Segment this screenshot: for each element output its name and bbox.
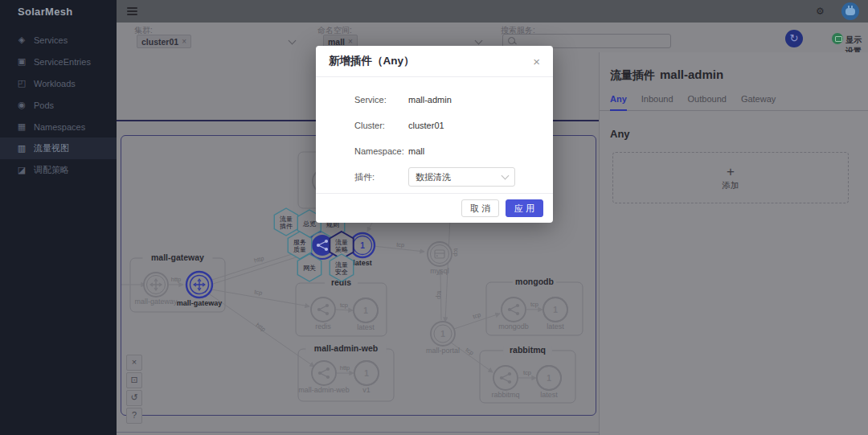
graph-node-rabbitmq[interactable]: rabbitmq — [491, 366, 519, 399]
plus-icon: + — [727, 165, 735, 179]
search-icon — [508, 37, 515, 44]
collapse-menu-icon[interactable] — [127, 10, 137, 12]
svg-text:1: 1 — [363, 306, 368, 315]
svg-text:mall-admin-web: mall-admin-web — [314, 343, 378, 353]
cluster-tag[interactable]: cluster01 × — [137, 35, 191, 48]
chevron-down-icon — [502, 172, 510, 180]
cluster-chevron-down-icon[interactable] — [289, 37, 297, 45]
sidebar-item-pods[interactable]: ◉ Pods — [0, 94, 117, 116]
svg-text:流量: 流量 — [335, 239, 348, 246]
cancel-button[interactable]: 取 消 — [461, 199, 499, 217]
svg-text:服务: 服务 — [293, 239, 306, 246]
tag-close-icon[interactable]: × — [182, 37, 186, 46]
svg-text:tcp: tcp — [452, 248, 460, 256]
sidebar-item-label: Namespaces — [34, 122, 85, 132]
sidebar-item-label: Services — [34, 35, 68, 45]
svg-text:安全: 安全 — [335, 269, 348, 276]
svg-text:tcp: tcp — [436, 291, 443, 299]
svg-text:rabbitmq: rabbitmq — [491, 391, 519, 399]
graph-node-rabbitmq-latest[interactable]: 1latest — [537, 366, 561, 399]
svg-text:tcp: tcp — [396, 241, 405, 249]
add-plugin-button[interactable]: + 添加 — [612, 152, 849, 203]
modal-footer: 取 消 应 用 — [316, 193, 553, 223]
sidebar-item-workloads[interactable]: ◰ Workloads — [0, 72, 117, 94]
svg-text:http: http — [171, 276, 182, 283]
svg-text:v1: v1 — [362, 386, 371, 394]
field-row-plugin: 插件: 数据清洗 — [316, 164, 553, 190]
compress-icon[interactable]: × — [126, 355, 142, 371]
reset-icon[interactable]: ↺ — [126, 390, 142, 406]
sidebar-item-dispatch-policy[interactable]: ◪ 调配策略 — [0, 159, 117, 181]
svg-text:mall-gateway: mall-gateway — [177, 299, 223, 307]
app-logo: SolarMesh — [0, 0, 117, 23]
svg-text:1: 1 — [553, 306, 558, 314]
graph-node-mysql[interactable]: mysql — [428, 242, 452, 275]
svg-text:http: http — [340, 364, 350, 371]
sidebar-item-services[interactable]: ◈ Services — [0, 29, 117, 51]
svg-text:流量: 流量 — [335, 261, 348, 269]
svg-text:tcp: tcp — [254, 288, 263, 297]
svg-text:latest: latest — [547, 322, 564, 330]
svg-text:总览: 总览 — [302, 220, 316, 228]
tab-gateway[interactable]: Gateway — [741, 94, 776, 110]
svg-text:网关: 网关 — [303, 265, 316, 272]
svg-text:mysql: mysql — [430, 267, 449, 275]
fit-view-icon[interactable]: ⊡ — [126, 372, 142, 388]
svg-text:质量: 质量 — [293, 246, 306, 253]
apply-button[interactable]: 应 用 — [506, 199, 543, 217]
svg-text:latest: latest — [357, 323, 375, 331]
add-label: 添加 — [723, 180, 739, 191]
svg-text:tcp: tcp — [465, 346, 475, 356]
traffic-plugin-panel: 流量插件mall-admin Any Inbound Outbound Gate… — [599, 52, 868, 435]
workloads-icon: ◰ — [17, 78, 27, 88]
services-icon: ◈ — [17, 35, 27, 45]
sidebar-item-serviceentries[interactable]: ▣ ServiceEntries — [0, 51, 117, 72]
hex-action-流量插件[interactable]: 流量插件 — [274, 208, 297, 236]
tab-outbound[interactable]: Outbound — [688, 94, 727, 110]
section-heading: Any — [610, 128, 868, 140]
svg-text:流量: 流量 — [280, 215, 293, 223]
svg-text:mall-gateway: mall-gateway — [151, 252, 204, 262]
sidebar-item-label: ServiceEntries — [34, 57, 91, 67]
topbar: ⚙ — [117, 0, 868, 23]
svg-text:mall-admin-web: mall-admin-web — [298, 386, 350, 394]
graph-node-redis-latest[interactable]: 1latest — [354, 298, 378, 331]
svg-text:mongodb: mongodb — [498, 322, 529, 330]
namespace-chevron-down-icon[interactable] — [475, 37, 483, 45]
svg-text:redis: redis — [315, 322, 331, 330]
sidebar-item-namespaces[interactable]: ▦ Namespaces — [0, 116, 117, 137]
help-icon[interactable]: ? — [126, 408, 142, 424]
field-row-cluster: Cluster: cluster01 — [316, 113, 553, 138]
tab-any[interactable]: Any — [610, 94, 627, 111]
display-settings-icon[interactable] — [832, 33, 843, 44]
svg-text:mall-gateway: mall-gateway — [134, 298, 178, 306]
graph-edge: tcp — [436, 270, 443, 320]
svg-text:1: 1 — [360, 241, 365, 250]
svg-text:1: 1 — [364, 369, 369, 378]
namespaces-icon: ▦ — [17, 121, 27, 132]
gear-icon[interactable]: ⚙ — [816, 6, 825, 17]
tag-close-icon[interactable]: × — [348, 37, 353, 46]
sidebar-item-label: 流量视图 — [34, 142, 69, 154]
avatar[interactable] — [841, 2, 859, 20]
plugin-select[interactable]: 数据清洗 — [408, 167, 515, 187]
graph-node-mongodb-latest[interactable]: 1latest — [543, 298, 567, 330]
tab-inbound[interactable]: Inbound — [641, 94, 674, 110]
graph-edge: tcp — [211, 288, 309, 306]
svg-text:latest: latest — [353, 259, 372, 267]
svg-text:mongodb: mongodb — [515, 277, 554, 286]
sidebar: SolarMesh ◈ Services ▣ ServiceEntries ◰ … — [0, 0, 117, 435]
svg-text:tcp: tcp — [472, 311, 481, 321]
graph-node-mall-portal[interactable]: 1mall-portal — [426, 322, 460, 355]
namespace-value: mall — [408, 146, 424, 156]
refresh-icon[interactable]: ↻ — [785, 30, 803, 47]
pods-icon: ◉ — [17, 100, 27, 110]
svg-text:tcp: tcp — [523, 369, 531, 376]
close-icon[interactable]: × — [533, 55, 540, 68]
graph-node-mongodb[interactable]: mongodb — [498, 298, 529, 330]
serviceentries-icon: ▣ — [17, 56, 27, 67]
traffic-view-icon: ▥ — [17, 143, 27, 154]
modal-title: 新增插件（Any） — [329, 54, 415, 68]
sidebar-item-label: Workloads — [34, 79, 76, 88]
sidebar-item-traffic-view[interactable]: ▥ 流量视图 — [0, 137, 117, 159]
